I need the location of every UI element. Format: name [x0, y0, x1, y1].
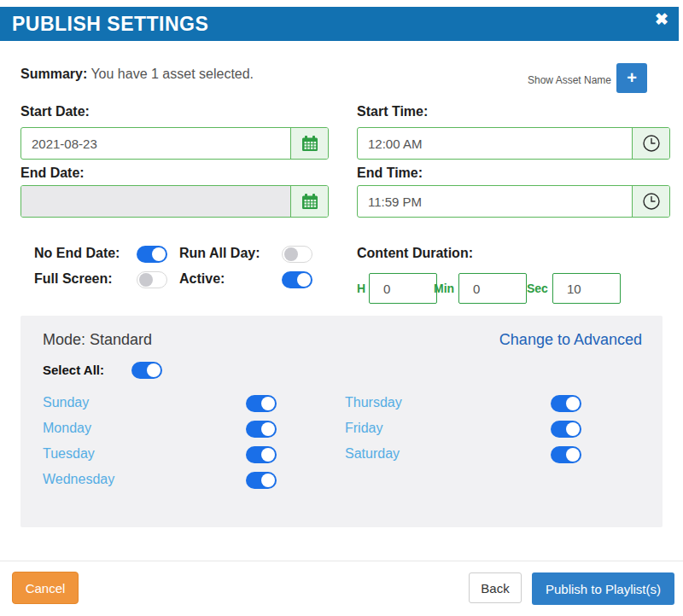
publish-settings-modal: PUBLISH SETTINGS ✖ Summary: You have 1 a… [0, 0, 683, 616]
start-time-input[interactable] [358, 128, 632, 159]
day-label-saturday: Saturday [345, 446, 400, 462]
full-screen-toggle[interactable] [137, 271, 167, 288]
publish-button[interactable]: Publish to Playlist(s) [532, 572, 674, 605]
no-end-date-toggle[interactable] [137, 246, 167, 263]
calendar-icon [301, 135, 318, 152]
end-date-group [20, 185, 329, 218]
full-screen-label: Full Screen: [34, 271, 113, 287]
tuesday-toggle[interactable] [246, 446, 277, 463]
end-time-label: End Time: [357, 166, 423, 181]
day-label-sunday: Sunday [43, 395, 89, 410]
clock-icon [641, 133, 662, 154]
footer-divider [0, 561, 683, 561]
day-label-friday: Friday [345, 421, 382, 436]
thursday-toggle[interactable] [551, 395, 581, 412]
day-label-wednesday: Wednesday [43, 472, 114, 487]
close-icon[interactable]: ✖ [655, 11, 668, 27]
start-date-input[interactable] [21, 128, 290, 159]
end-time-clock-button[interactable] [632, 186, 669, 217]
cancel-button[interactable]: Cancel [12, 572, 79, 604]
active-label: Active: [179, 271, 225, 287]
saturday-toggle[interactable] [551, 446, 581, 463]
show-asset-name-label: Show Asset Name [528, 74, 611, 86]
day-label-tuesday: Tuesday [43, 446, 95, 462]
day-label-monday: Monday [43, 421, 91, 436]
friday-toggle[interactable] [551, 421, 581, 438]
minutes-input[interactable] [458, 273, 527, 304]
plus-icon: + [627, 68, 637, 88]
run-all-day-toggle[interactable] [282, 246, 312, 263]
end-date-calendar-button[interactable] [290, 186, 328, 217]
start-date-label: Start Date: [20, 104, 90, 119]
run-all-day-label: Run All Day: [179, 246, 260, 261]
end-time-input[interactable] [358, 186, 632, 217]
modal-title: PUBLISH SETTINGS [12, 13, 208, 36]
monday-toggle[interactable] [246, 421, 277, 438]
content-duration-label: Content Duration: [357, 246, 473, 261]
hours-input[interactable] [369, 273, 437, 304]
summary-text: Summary: You have 1 asset selected. [20, 67, 254, 82]
mode-label: Mode: Standard [43, 331, 152, 349]
select-all-toggle[interactable] [131, 362, 162, 379]
hours-label: H [357, 282, 365, 295]
sunday-toggle[interactable] [246, 395, 277, 412]
back-button[interactable]: Back [469, 572, 522, 603]
select-all-label: Select All: [43, 363, 104, 377]
seconds-label: Sec [527, 282, 548, 295]
active-toggle[interactable] [282, 271, 312, 288]
seconds-input[interactable] [552, 273, 621, 304]
day-label-thursday: Thursday [345, 395, 402, 410]
start-date-group [20, 127, 329, 160]
start-date-calendar-button[interactable] [290, 128, 328, 159]
no-end-date-label: No End Date: [34, 246, 120, 261]
start-time-clock-button[interactable] [632, 128, 669, 159]
start-time-label: Start Time: [357, 104, 428, 119]
modal-header: PUBLISH SETTINGS ✖ [0, 7, 679, 41]
clock-icon [641, 191, 662, 212]
show-asset-name-add-button[interactable]: + [616, 63, 647, 93]
summary-label: Summary: [20, 67, 87, 81]
start-time-group [357, 127, 670, 160]
wednesday-toggle[interactable] [246, 472, 277, 489]
summary-value: You have 1 asset selected. [87, 67, 254, 81]
end-time-group [357, 185, 670, 218]
end-date-input[interactable] [21, 186, 290, 217]
mode-panel: Mode: Standard Change to Advanced Select… [20, 316, 663, 527]
calendar-icon [301, 193, 318, 210]
minutes-label: Min [434, 282, 454, 295]
change-to-advanced-link[interactable]: Change to Advanced [499, 331, 642, 349]
end-date-label: End Date: [20, 166, 85, 181]
